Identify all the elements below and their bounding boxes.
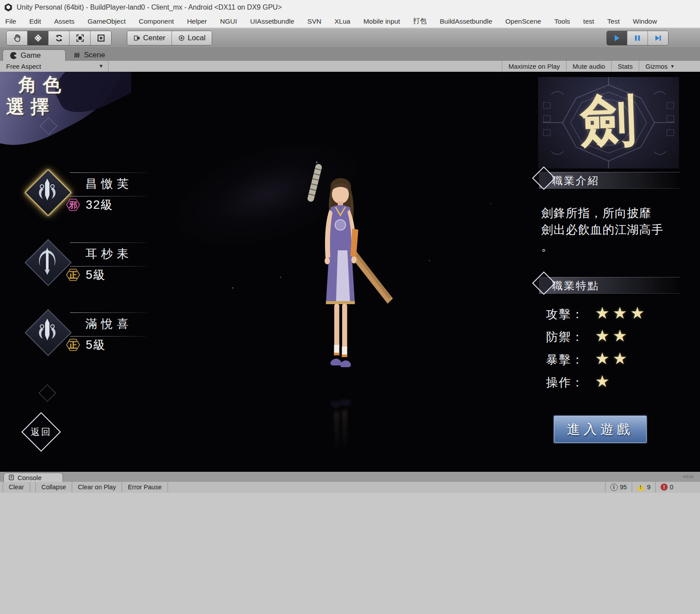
character-level: 5級 [86,337,106,353]
trait-label: 防禦： [546,329,595,345]
warning-count-toggle[interactable]: 9 [632,482,655,492]
move-tool-icon [33,33,43,43]
enter-game-label: 進入遊戲 [567,421,634,439]
chevron-down-icon: ▼ [98,63,104,69]
mute-label: Mute audio [573,63,605,70]
tab-console[interactable]: Console [4,473,63,482]
character-name: 耳杪耒 [85,246,133,262]
star-dot [232,287,234,289]
step-button[interactable] [648,31,668,45]
scene-tab-icon [74,52,80,59]
stats-button[interactable]: Stats [611,61,639,71]
menu-edit[interactable]: Edit [29,18,41,25]
trait-label: 暴擊： [546,352,595,368]
clear-on-play-label: Clear on Play [78,484,116,491]
menu-uiassetbundle[interactable]: UIAssetbundle [250,18,294,25]
intro-section-header: 職業介紹 [539,172,680,189]
rect-tool-button[interactable] [91,31,111,45]
move-tool-button[interactable] [28,31,49,45]
character-name: 昌憿芙 [85,176,133,192]
back-label: 返回 [23,414,60,450]
local-axis-icon [178,35,185,42]
intro-line-2: 劍出必飲血的江湖高手 [541,221,675,238]
step-icon [654,34,662,42]
star-dot [280,277,281,278]
menu-dabao[interactable]: 打包 [413,17,427,26]
clear-button[interactable]: Clear [3,482,30,492]
error-pause-button[interactable]: Error Pause [122,482,168,492]
game-view-toolbar: Free Aspect ▼ Maximize on Play Mute audi… [0,61,700,72]
hand-tool-button[interactable] [7,31,28,45]
character-slot-3[interactable]: 滿悅喜 正 5級 [18,306,149,361]
pivot-center-button[interactable]: Center [127,31,172,45]
menu-xlua[interactable]: XLua [334,18,350,25]
hand-tool-icon [12,33,22,43]
class-traits: 攻擊： ★★★ 防禦： ★★ 暴擊： ★★ 操作： ★ [546,303,677,394]
mute-audio-button[interactable]: Mute audio [566,61,611,71]
rotate-tool-icon [54,33,64,43]
trait-control: 操作： ★ [546,371,677,394]
info-count-toggle[interactable]: i 95 [605,482,632,492]
class-ornament-window: 劍 [538,77,679,168]
scale-tool-icon [75,33,85,43]
class-intro-text: 劍鋒所指，所向披靡 劍出必飲血的江湖高手 。 [541,205,675,255]
gizmos-dropdown[interactable]: Gizmos ▼ [639,61,681,71]
menu-buildassetbundle[interactable]: BuildAssetbundle [440,18,492,25]
pivot-local-button[interactable]: Local [172,31,212,45]
menu-openscene[interactable]: OpenScene [505,18,541,25]
svg-text:邪: 邪 [69,200,77,210]
aspect-dropdown[interactable]: Free Aspect ▼ [0,61,108,71]
traits-header-label: 職業特點 [552,279,599,293]
scene-tab-label: Scene [84,51,105,60]
console-tab-bar: Console nGUI [0,472,700,482]
menu-test-lower[interactable]: test [583,18,594,25]
enter-game-button[interactable]: 進入遊戲 [554,416,647,443]
class-icon-sword [25,170,69,214]
collapse-label: Collapse [42,484,66,491]
character-slot-1[interactable]: 昌憿芙 邪 32級 [18,166,149,221]
corner-mark: nGUI [683,474,694,479]
trait-label: 操作： [546,375,595,390]
character-slot-2[interactable]: 耳杪耒 正 5級 [18,236,149,291]
menu-ngui[interactable]: NGUI [220,18,237,25]
menu-test-upper[interactable]: Test [607,18,620,25]
collapse-button[interactable]: Collapse [35,482,72,492]
tab-scene[interactable]: Scene [66,49,124,61]
class-icon-polearm [25,240,69,284]
clear-on-play-button[interactable]: Clear on Play [72,482,122,492]
menu-gameobject[interactable]: GameObject [88,18,126,25]
intro-line-3: 。 [541,238,675,255]
menu-assets[interactable]: Assets [54,18,75,25]
pause-button[interactable] [627,31,648,45]
error-count-toggle[interactable]: ! 0 [655,482,678,492]
maximize-on-play-button[interactable]: Maximize on Play [502,61,566,71]
trait-label: 攻擊： [546,306,595,322]
star-rating: ★ [595,372,612,391]
character-level: 32級 [86,197,113,213]
tab-game[interactable]: Game [3,49,66,61]
menu-mobile-input[interactable]: Mobile input [364,18,400,25]
menu-tools[interactable]: Tools [554,18,570,25]
star-rating: ★★★ [595,304,648,323]
menu-component[interactable]: Component [139,18,174,25]
rotate-tool-button[interactable] [49,31,70,45]
character-name: 滿悅喜 [85,316,133,332]
alignment-badge-good: 正 [63,268,83,282]
back-button[interactable]: 返回 [23,414,60,450]
stats-label: Stats [618,63,633,70]
svg-text:正: 正 [69,340,77,350]
scale-tool-button[interactable] [70,31,91,45]
chevron-down-icon: ▼ [670,64,675,69]
menu-window[interactable]: Window [633,18,657,25]
play-button[interactable] [607,31,627,45]
class-character: 劍 [538,81,679,161]
console-log-area[interactable] [0,493,700,614]
svg-text:正: 正 [69,270,77,280]
star-dot [490,203,491,204]
menu-file[interactable]: File [5,18,16,25]
info-icon: i [610,484,618,491]
menu-helper[interactable]: Helper [187,18,207,25]
console-tab-icon [8,474,14,481]
error-icon: ! [661,484,668,491]
menu-svn[interactable]: SVN [308,18,322,25]
